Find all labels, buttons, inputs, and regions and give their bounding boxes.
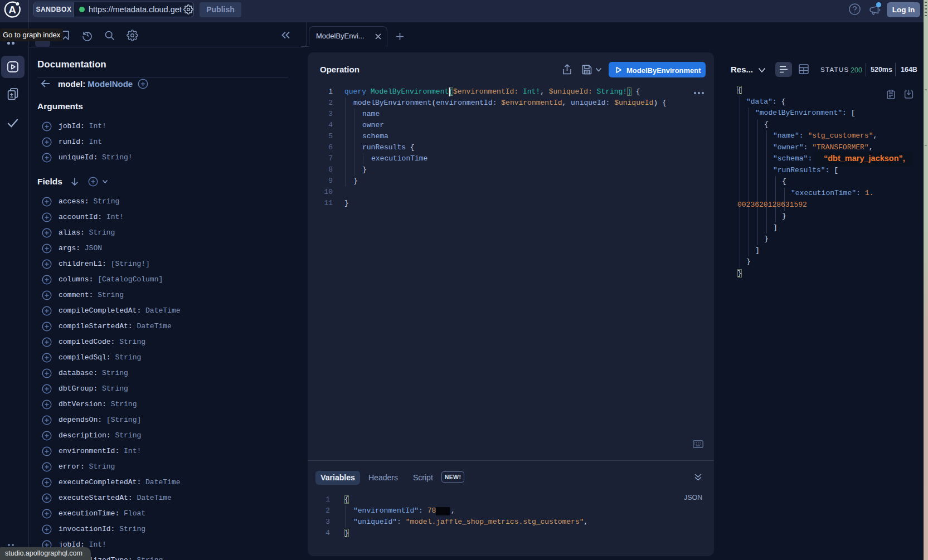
svg-text:A: A [8, 4, 16, 16]
